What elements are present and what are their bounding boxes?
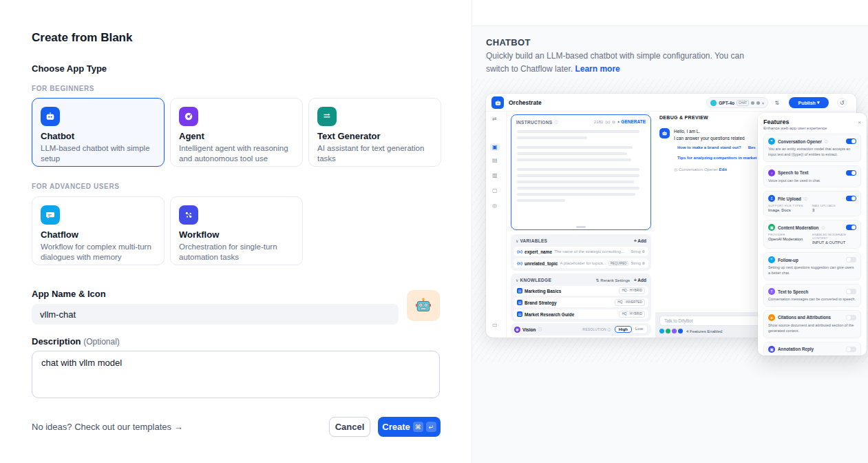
features-enabled-row: 4 Features Enabled [659,329,722,333]
app-type-card-chatbot[interactable]: Chatbot LLM-based chatbot with simple se… [32,98,165,167]
char-count: 2182 [594,120,603,124]
add-variable-button: + Add [634,238,646,243]
toggle-switch [846,138,856,144]
knowledge-row: ▤ Marketing Basics HQ · HYBRID [514,286,648,296]
dataset-icon: ▤ [517,300,522,305]
skeleton-line [517,130,639,133]
rerank-settings-button: ⇅ Rerank Settings [596,278,630,282]
conversation-opener-note: ◎ Conversation Opener Edit [674,167,727,172]
cmd-key-icon: ⌘ [413,422,423,432]
toggle-switch [846,170,856,176]
app-type-card-workflow[interactable]: Workflow Orchestration for single-turn a… [170,196,303,265]
choose-app-type-label: Choose App Type [32,63,107,74]
instructions-panel: INSTRUCTIONS ⓘ 2182 {x} ⧉ ⋆ GENERATE [511,114,651,230]
skeleton-line [517,187,639,189]
skeleton-line [517,136,587,139]
app-type-card-agent[interactable]: Agent Intelligent agent with reasoning a… [170,98,303,167]
app-type-description: Workflow for complex multi-turn dialogue… [41,242,156,263]
create-button[interactable]: Create ⌘ ↵ [378,417,441,437]
dataset-icon: ▤ [517,288,522,294]
suggestion-link: Tips for analyzing competitors in market [677,156,756,160]
bot-message-line: I can answer your questions related [674,136,745,141]
info-icon: ⓘ [554,120,558,125]
image-icon: ▤ [492,157,498,163]
skeleton-line [517,158,631,161]
logs-icon: ▥ [492,172,498,178]
resolution-low: Low [632,326,646,333]
toggle-switch [846,289,856,294]
cancel-button[interactable]: Cancel [329,417,370,437]
feature-card-speech-to-text: ♪ Speech to Text Voice input can be used… [763,165,861,188]
model-param-icon [751,101,754,105]
features-subtitle: Enhance web app user experience [763,126,861,130]
text-to-speech-icon: T [768,288,775,295]
vision-icon: ◉ [514,327,520,333]
chatflow-icon [41,205,60,225]
preview-heading: CHATBOT [486,37,531,48]
orchestrate-tab-icon: ▣ [490,143,500,151]
citations-icon: ≡ [768,314,775,321]
opener-feature-icon [659,329,664,333]
conversation-opener-icon: ❝ [768,138,775,145]
skeleton-line [517,174,639,177]
chevron-down-icon: ∨ [516,238,518,243]
chatbot-icon [41,107,60,126]
feature-card-file-upload: ↥ File Upload ⓘ SUPPORT FILE TYPES Image… [763,191,861,216]
preview-screenshot-area: Orchestrate GPT-4o CHAT ▾ ⇅ Publish▾ ↺ ⇄… [472,79,868,362]
description-label: Description (Optional) [32,336,120,347]
model-selector: GPT-4o CHAT ▾ [706,97,768,108]
knowledge-row: ▤ Brand Strategy HQ · INVERTED [514,298,648,307]
skeleton-line [517,193,635,196]
shot-left-rail: ⇄ ▣ ▤ ▥ ▢ ◎ ▭ [486,112,507,338]
resolution-high: High [615,326,632,333]
feature-card-text-to-speech: T Text to Speech Conversation messages c… [763,284,861,307]
app-type-description: Intelligent agent with reasoning and aut… [179,143,294,164]
bot-avatar [659,128,670,138]
feature-card-follow-up: ❞ Follow-up Setting up next questions su… [763,252,861,280]
app-type-label: Chatflow [41,229,156,240]
toggle-switch [846,257,856,263]
skeleton-line [517,199,565,202]
create-from-blank-panel: Create from Blank Choose App Type FOR BE… [0,0,472,463]
required-badge: REQUIRED [608,261,629,266]
beginner-app-types: Chatbot LLM-based chatbot with simple se… [32,98,441,167]
toggle-switch [846,196,856,201]
feature-card-annotation-reply: ▣ Annotation Reply [763,342,861,356]
knowledge-section: ∨ KNOWLEDGE ⇅ Rerank Settings + Add ▤ Ma… [511,274,651,322]
description-textarea[interactable]: chat with vllm model [32,351,440,398]
variables-section: ∨ VARIABLES + Add {x} expert_name The na… [511,234,651,271]
notes-icon: ▢ [492,187,498,194]
app-icon-picker[interactable] [407,290,440,321]
for-advanced-users-label: FOR ADVANCED USERS [32,183,119,190]
learn-more-link[interactable]: Learn more [575,64,620,74]
app-type-card-chatflow[interactable]: Chatflow Workflow for complex multi-turn… [32,196,165,265]
preview-description: Quickly build an LLM-based chatbot with … [486,50,758,75]
publish-button: Publish▾ [789,97,829,108]
variable-icon: {x} [517,249,522,254]
feature-card-content-moderation: ▣ Content Moderation ⓘ PROVIDER OpenAI M… [763,220,861,249]
modal-title: Create from Blank [32,31,132,45]
suggestion-link: How to make a brand stand out? [677,145,741,150]
moderation-feature-icon [666,329,670,333]
agent-icon [179,107,198,126]
edit-link: Edit [719,167,727,172]
app-type-label: Text Generator [317,131,432,141]
robot-emoji-icon [414,296,433,316]
templates-link[interactable]: No ideas? Check out our templates → [32,422,183,432]
feature-card-citations: ≡ Citations and Attributions Show source… [763,310,861,338]
app-name-input[interactable] [32,304,399,325]
model-provider-icon [710,100,717,106]
tune-icon: ⇅ [774,100,779,106]
advanced-app-types: Chatflow Workflow for complex multi-turn… [32,196,303,265]
text-generator-icon [317,107,337,126]
generate-button: ⋆ GENERATE [617,119,646,125]
follow-up-icon: ❞ [768,256,775,263]
app-type-description: Orchestration for single-turn automation… [179,242,294,263]
enter-key-icon: ↵ [426,422,436,432]
variable-type-label: String ⊗ [631,261,645,265]
variable-row: {x} expert_name The name of the strategi… [514,247,648,256]
app-type-card-text-generator[interactable]: Text Generator AI assistant for text gen… [308,98,441,167]
optional-label: (Optional) [83,337,120,347]
info-icon: ⓘ [538,327,542,332]
skeleton-line [517,146,633,149]
